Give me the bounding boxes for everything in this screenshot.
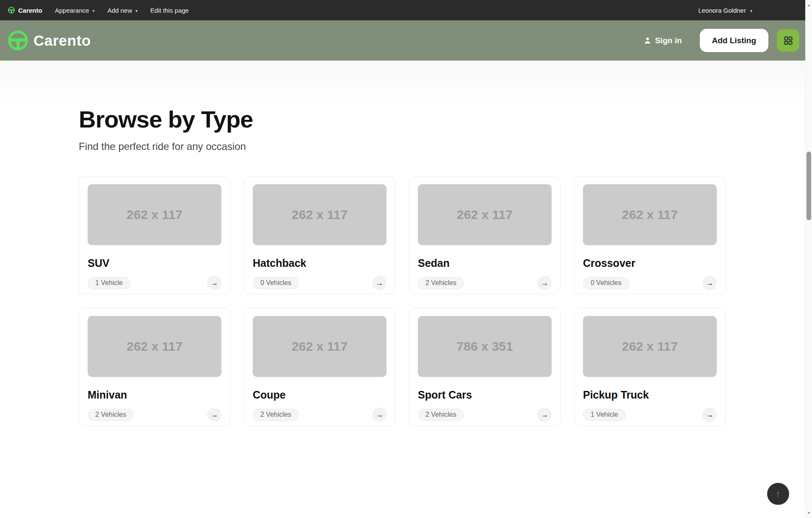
chevron-down-icon: ▾ [93,8,95,13]
page-subtitle: Find the perfect ride for any occasion [79,141,726,152]
arrow-right-button[interactable]: → [702,407,717,422]
arrow-right-button[interactable]: → [537,407,552,422]
arrow-right-button[interactable]: → [372,407,387,422]
card-title[interactable]: Minivan [88,389,221,401]
scrollbar-down-arrow[interactable]: ▼ [806,511,812,515]
arrow-right-button[interactable]: → [702,276,717,290]
steering-wheel-icon [7,29,29,52]
vehicle-count-badge[interactable]: 0 Vehicles [253,277,299,289]
admin-user-menu[interactable]: Leonora Goldner ▾ [698,7,752,14]
vehicle-count-badge[interactable]: 2 Vehicles [88,409,134,421]
placeholder-image[interactable]: 262 x 117 [88,184,221,245]
type-card-pickup-truck[interactable]: 262 x 117 Pickup Truck 1 Vehicle → [574,308,726,426]
user-icon [644,36,652,44]
site-logo[interactable]: Carento [7,29,91,52]
admin-bar-site-brand[interactable]: Carento [8,6,42,14]
sign-in-link[interactable]: Sign in [644,36,682,45]
steering-wheel-icon [8,6,15,14]
main-content: Browse by Type Find the perfect ride for… [0,61,805,518]
placeholder-image[interactable]: 262 x 117 [253,316,387,377]
chevron-down-icon: ▾ [750,8,752,13]
chevron-down-icon: ▾ [135,8,138,13]
type-card-coupe[interactable]: 262 x 117 Coupe 2 Vehicles → [244,308,395,426]
placeholder-image[interactable]: 262 x 117 [418,184,552,245]
sign-in-label: Sign in [655,36,682,45]
placeholder-image[interactable]: 786 x 351 [418,316,552,377]
admin-menu-appearance[interactable]: Appearance ▾ [55,7,95,14]
arrow-right-button[interactable]: → [372,276,387,290]
type-card-suv[interactable]: 262 x 117 SUV 1 Vehicle → [79,176,230,294]
back-to-top-button[interactable]: ↑ [767,483,789,505]
site-logo-text: Carento [33,32,91,49]
card-title[interactable]: Sedan [418,257,552,269]
arrow-right-button[interactable]: → [537,276,552,290]
type-card-hatchback[interactable]: 262 x 117 Hatchback 0 Vehicles → [244,176,395,294]
card-title[interactable]: Pickup Truck [583,389,717,401]
vertical-scrollbar[interactable]: ▲ ▼ [805,0,812,518]
vehicle-count-badge[interactable]: 1 Vehicle [583,409,626,421]
arrow-up-icon: ↑ [776,488,781,500]
arrow-right-button[interactable]: → [207,276,221,290]
page-title: Browse by Type [79,105,726,133]
type-card-sedan[interactable]: 262 x 117 Sedan 2 Vehicles → [409,176,561,294]
vehicle-type-grid: 262 x 117 SUV 1 Vehicle → 262 x 117 Hatc… [79,176,726,426]
admin-bar-brand-label: Carento [18,7,42,14]
add-listing-button[interactable]: Add Listing [700,29,768,52]
vehicle-count-badge[interactable]: 2 Vehicles [418,277,464,289]
scrollbar-up-arrow[interactable]: ▲ [806,3,812,7]
type-card-minivan[interactable]: 262 x 117 Minivan 2 Vehicles → [79,308,230,426]
vehicle-count-badge[interactable]: 2 Vehicles [253,409,299,421]
admin-menu-edit-this-page[interactable]: Edit this page [150,7,189,14]
placeholder-image[interactable]: 262 x 117 [88,316,221,377]
vehicle-count-badge[interactable]: 1 Vehicle [88,277,130,289]
admin-user-name: Leonora Goldner [698,7,746,14]
type-card-crossover[interactable]: 262 x 117 Crossover 0 Vehicles → [574,176,726,294]
apps-grid-button[interactable] [777,29,799,52]
placeholder-image[interactable]: 262 x 117 [253,184,387,245]
card-title[interactable]: Sport Cars [418,389,552,401]
scrollbar-thumb[interactable] [806,152,811,220]
admin-menu-add-new[interactable]: Add new ▾ [108,7,138,14]
card-title[interactable]: Crossover [583,257,717,269]
placeholder-image[interactable]: 262 x 117 [583,184,717,245]
type-card-sport-cars[interactable]: 786 x 351 Sport Cars 2 Vehicles → [409,308,561,426]
site-header: Carento Sign in Add Listing [0,20,805,61]
wp-admin-bar: Carento Appearance ▾ Add new ▾ Edit this… [0,0,805,20]
placeholder-image[interactable]: 262 x 117 [583,316,717,377]
card-title[interactable]: Hatchback [253,257,387,269]
vehicle-count-badge[interactable]: 0 Vehicles [583,277,629,289]
grid-icon [783,35,794,46]
vehicle-count-badge[interactable]: 2 Vehicles [418,409,464,421]
card-title[interactable]: SUV [88,257,221,269]
card-title[interactable]: Coupe [253,389,387,401]
arrow-right-button[interactable]: → [207,407,221,422]
